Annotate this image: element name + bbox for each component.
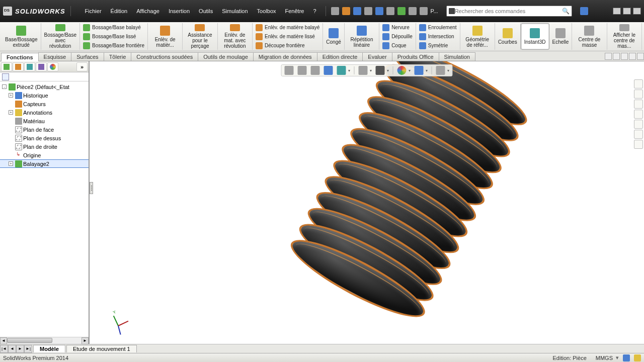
tree-node[interactable]: +Historique (0, 91, 89, 100)
tree-node[interactable]: Origine (0, 151, 89, 159)
ref-geometry-button[interactable]: Géométrie de référ... (460, 23, 495, 50)
extruded-cut-button[interactable]: Enlèv. de matièr... (148, 23, 183, 50)
swept-cut-button[interactable]: Enlèv. de matière balayé (256, 24, 319, 31)
taskpane-appearance-icon[interactable] (634, 120, 643, 129)
tree-node[interactable]: Matériau (0, 117, 89, 125)
fm-tab-config[interactable] (24, 62, 35, 71)
tab-migration[interactable]: Migration de données (253, 52, 317, 61)
status-rebuild-icon[interactable] (634, 354, 641, 361)
tab-surfaces[interactable]: Surfaces (71, 52, 104, 61)
display-style-icon[interactable] (359, 66, 368, 75)
boundary-cut-button[interactable]: Découpe frontière (256, 42, 319, 49)
wrap-button[interactable]: Enroulement (419, 24, 457, 31)
scroll-thumb[interactable] (7, 338, 52, 343)
menu-edit[interactable]: Édition (107, 7, 132, 16)
select-icon[interactable] (386, 7, 394, 15)
zoom-fit-icon[interactable] (285, 66, 294, 75)
swept-boss-button[interactable]: Bossage/Base balayé (83, 24, 144, 31)
menu-help[interactable]: ? (309, 7, 320, 16)
menu-file[interactable]: Fichier (81, 7, 106, 16)
save-icon[interactable] (353, 7, 361, 15)
doc-tile-icon[interactable] (613, 53, 620, 60)
section-view-icon[interactable] (324, 66, 333, 75)
tab-direct-edit[interactable]: Edition directe (317, 52, 363, 61)
prev-view-icon[interactable] (311, 66, 320, 75)
menu-simulation[interactable]: Simulation (218, 7, 252, 16)
taskpane-library-icon[interactable] (634, 89, 643, 99)
center-of-mass-button[interactable]: Centre de masse (572, 23, 607, 50)
undo-icon[interactable] (375, 7, 383, 15)
doc-expand-icon[interactable] (605, 53, 612, 60)
shell-button[interactable]: Coque (382, 42, 413, 49)
tab-office[interactable]: Produits Office (392, 52, 439, 61)
expand-icon[interactable]: + (9, 110, 13, 115)
revolved-cut-button[interactable]: Enlèv. de mat. avec révolution (218, 23, 253, 50)
tab-fonctions[interactable]: Fonctions (1, 53, 39, 61)
fm-tab-dim[interactable] (36, 62, 47, 71)
bottom-tab-model[interactable]: Modèle (33, 345, 65, 352)
fm-tab-more[interactable]: » (76, 62, 88, 71)
mirror-button[interactable]: Symétrie (419, 42, 457, 49)
scale-button[interactable]: Echelle (549, 23, 573, 50)
tab-weldments[interactable]: Constructions soudées (131, 52, 198, 61)
command-search[interactable]: 🔍 (446, 6, 572, 17)
fillet-button[interactable]: Congé (323, 23, 344, 50)
tab-esquisse[interactable]: Esquisse (38, 52, 72, 61)
print-icon[interactable] (364, 7, 372, 15)
bottom-tab-motion[interactable]: Etude de mouvement 1 (66, 345, 137, 352)
extruded-boss-button[interactable]: Base/Bossage extrudé (2, 23, 41, 50)
hole-wizard-button[interactable]: Assistance pour le perçage (183, 23, 217, 50)
expand-icon[interactable]: + (9, 93, 13, 98)
close-button[interactable] (633, 8, 641, 15)
boundary-boss-button[interactable]: Bossage/Base frontière (83, 42, 144, 49)
tree-node[interactable]: +Annotations (0, 108, 89, 117)
tree-node[interactable]: +Balayage2 (0, 159, 89, 168)
lofted-boss-button[interactable]: Bossage/Base lissé (83, 33, 144, 40)
doc-restore-icon[interactable] (629, 53, 636, 60)
fm-tab-property[interactable] (13, 62, 24, 71)
panel-splitter[interactable] (90, 182, 93, 194)
filter-icon[interactable] (2, 73, 9, 80)
taskpane-explorer-icon[interactable] (634, 100, 643, 109)
search-icon[interactable]: 🔍 (562, 8, 570, 15)
status-help-icon[interactable] (623, 354, 630, 361)
intersect-button[interactable]: Intersection (419, 33, 457, 40)
options-icon[interactable] (409, 7, 417, 15)
tab-simulation[interactable]: Simulation (439, 52, 475, 61)
menu-toolbox[interactable]: Toolbox (253, 7, 280, 16)
curves-button[interactable]: Courbes (495, 23, 521, 50)
show-com-button[interactable]: Afficher le centre de mas... (607, 23, 642, 50)
tab-mold[interactable]: Outils de moulage (198, 52, 254, 61)
screen-icon[interactable] (420, 7, 428, 15)
appearance-icon[interactable] (397, 66, 407, 75)
doc-minimize-icon[interactable] (621, 53, 628, 60)
tab-tolerie[interactable]: Tôlerie (104, 52, 132, 61)
new-icon[interactable] (331, 7, 339, 15)
menu-insert[interactable]: Insertion (165, 7, 194, 16)
expand-icon[interactable]: + (9, 161, 13, 166)
minimize-button[interactable] (613, 8, 621, 15)
taskpane-properties-icon[interactable] (634, 130, 643, 139)
rebuild-icon[interactable] (397, 7, 406, 15)
revolved-boss-button[interactable]: Bossage/Base avec révolution (41, 23, 80, 50)
view-settings-icon[interactable] (436, 66, 445, 75)
doc-close-icon[interactable] (637, 53, 644, 60)
open-icon[interactable] (342, 7, 350, 15)
expand-icon[interactable]: - (2, 84, 7, 89)
tab-nav-last[interactable]: ►| (24, 345, 32, 353)
tab-evaluate[interactable]: Evaluer (362, 52, 392, 61)
help-icon[interactable] (580, 7, 588, 15)
status-units[interactable]: MMGS (596, 355, 613, 361)
menu-tools[interactable]: Outils (195, 7, 217, 16)
fm-tab-display[interactable] (47, 62, 58, 71)
lofted-cut-button[interactable]: Enlèv. de matière lissé (256, 33, 319, 40)
tree-node[interactable]: -Pièce2 (Défaut<_Etat (0, 82, 89, 91)
tree-node[interactable]: Plan de droite (0, 142, 89, 151)
taskpane-resources-icon[interactable] (634, 79, 643, 88)
linear-pattern-button[interactable]: Répétition linéaire (345, 23, 379, 50)
tab-nav-first[interactable]: |◄ (0, 345, 8, 353)
command-search-input[interactable] (455, 8, 562, 14)
feature-tree[interactable]: -Pièce2 (Défaut<_Etat+HistoriqueCapteurs… (0, 81, 89, 337)
scene-icon[interactable] (415, 66, 424, 75)
tree-node[interactable]: Plan de dessus (0, 134, 89, 142)
